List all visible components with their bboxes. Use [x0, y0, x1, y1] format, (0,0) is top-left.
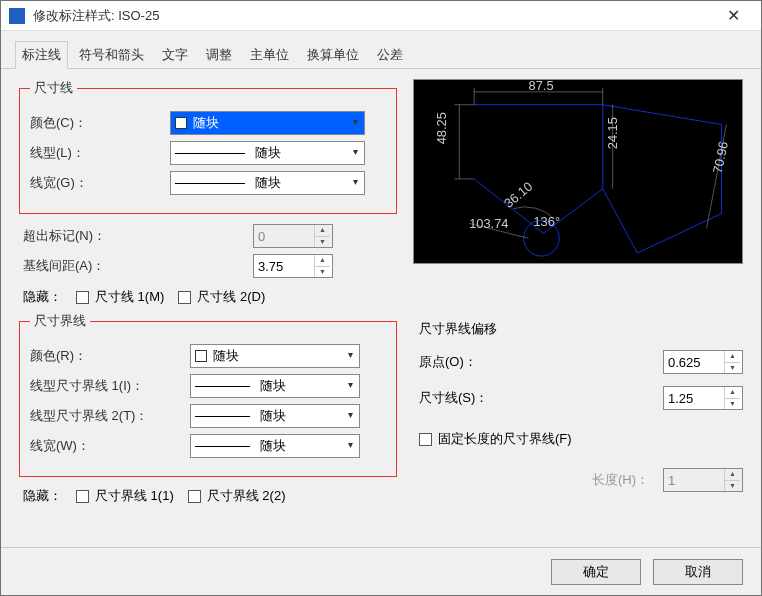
tab-fit[interactable]: 调整 [199, 41, 239, 68]
dialog-footer: 确定 取消 [1, 547, 761, 595]
length-spinner: ▲▼ [663, 468, 743, 492]
chevron-down-icon: ▾ [348, 439, 353, 450]
line-sample-icon [195, 386, 250, 387]
extline-lweight-select[interactable]: 随块 ▾ [190, 434, 360, 458]
offset-group: 尺寸界线偏移 原点(O)： ▲▼ 尺寸线(S)： ▲▼ [413, 312, 743, 492]
extend-input [254, 225, 314, 247]
ok-button[interactable]: 确定 [551, 559, 641, 585]
offset-dimline-spinner[interactable]: ▲▼ [663, 386, 743, 410]
length-label: 长度(H)： [419, 471, 663, 489]
tab-symbols[interactable]: 符号和箭头 [72, 41, 151, 68]
extlweight-label: 线宽(W)： [30, 437, 190, 455]
dimline-lweight-select[interactable]: 随块 ▾ [170, 171, 365, 195]
line-sample-icon [175, 183, 245, 184]
close-icon[interactable]: ✕ [713, 6, 753, 25]
window-title: 修改标注样式: ISO-25 [33, 7, 713, 25]
spin-up-icon[interactable]: ▲ [725, 351, 740, 363]
dimline-hide1-checkbox[interactable]: 尺寸线 1(M) [76, 288, 164, 306]
dialog-window: 修改标注样式: ISO-25 ✕ 标注线 符号和箭头 文字 调整 主单位 换算单… [0, 0, 762, 596]
extline-hide2-checkbox[interactable]: 尺寸界线 2(2) [188, 487, 286, 505]
cancel-button[interactable]: 取消 [653, 559, 743, 585]
spin-down-icon[interactable]: ▼ [725, 399, 740, 410]
origin-label: 原点(O)： [419, 353, 663, 371]
spin-down-icon[interactable]: ▼ [725, 363, 740, 374]
extline-group: 尺寸界线 颜色(R)： 随块 ▾ 线型尺寸界线 1(I)： [19, 312, 397, 477]
dimline-legend: 尺寸线 [30, 79, 77, 97]
svg-text:87.5: 87.5 [529, 80, 554, 93]
svg-text:103.74: 103.74 [469, 216, 508, 231]
svg-text:24.15: 24.15 [605, 117, 620, 149]
baseline-input[interactable] [254, 255, 314, 277]
color-swatch-icon [195, 350, 207, 362]
chevron-down-icon: ▾ [353, 176, 358, 187]
dimension-preview: 87.5 48.25 24.15 70.96 36.10 136° 103.74 [413, 79, 743, 264]
spin-down-icon: ▼ [725, 481, 740, 492]
origin-spinner[interactable]: ▲▼ [663, 350, 743, 374]
tab-dimline[interactable]: 标注线 [15, 41, 68, 69]
extltype2-label: 线型尺寸界线 2(T)： [30, 407, 190, 425]
extline-color-select[interactable]: 随块 ▾ [190, 344, 360, 368]
extline-hide1-checkbox[interactable]: 尺寸界线 1(1) [76, 487, 174, 505]
tab-primary-units[interactable]: 主单位 [243, 41, 296, 68]
offset-legend: 尺寸界线偏移 [419, 320, 743, 338]
spin-up-icon: ▲ [725, 469, 740, 481]
line-sample-icon [175, 153, 245, 154]
chevron-down-icon: ▾ [353, 116, 358, 127]
dimline-hide2-checkbox[interactable]: 尺寸线 2(D) [178, 288, 265, 306]
extend-label: 超出标记(N)： [23, 227, 253, 245]
tab-alt-units[interactable]: 换算单位 [300, 41, 366, 68]
svg-text:136°: 136° [533, 214, 560, 229]
line-sample-icon [195, 416, 250, 417]
baseline-spinner[interactable]: ▲▼ [253, 254, 333, 278]
spin-up-icon[interactable]: ▲ [315, 255, 330, 267]
dimline-color-select[interactable]: 随块 ▾ [170, 111, 365, 135]
color-swatch-icon [175, 117, 187, 129]
extline-ltype2-select[interactable]: 随块 ▾ [190, 404, 360, 428]
offset-dimline-label: 尺寸线(S)： [419, 389, 663, 407]
svg-text:36.10: 36.10 [501, 179, 535, 211]
length-input [664, 469, 724, 491]
chevron-down-icon: ▾ [348, 349, 353, 360]
dimline-group: 尺寸线 颜色(C)： 随块 ▾ 线型(L)： [19, 79, 397, 214]
origin-input[interactable] [664, 351, 724, 373]
chevron-down-icon: ▾ [348, 409, 353, 420]
spin-up-icon: ▲ [315, 225, 330, 237]
extline-ltype1-select[interactable]: 随块 ▾ [190, 374, 360, 398]
spin-down-icon[interactable]: ▼ [315, 267, 330, 278]
extline-hide-label: 隐藏： [23, 487, 62, 505]
lweight-label: 线宽(G)： [30, 174, 170, 192]
svg-text:70.96: 70.96 [710, 140, 731, 175]
svg-text:48.25: 48.25 [434, 112, 449, 144]
extltype1-label: 线型尺寸界线 1(I)： [30, 377, 190, 395]
app-icon [9, 8, 25, 24]
line-sample-icon [195, 446, 250, 447]
tab-bar: 标注线 符号和箭头 文字 调整 主单位 换算单位 公差 [1, 31, 761, 69]
offset-dimline-input[interactable] [664, 387, 724, 409]
ltype-label: 线型(L)： [30, 144, 170, 162]
spin-up-icon[interactable]: ▲ [725, 387, 740, 399]
dialog-content: 尺寸线 颜色(C)： 随块 ▾ 线型(L)： [1, 69, 761, 547]
dimline-ltype-select[interactable]: 随块 ▾ [170, 141, 365, 165]
baseline-label: 基线间距(A)： [23, 257, 253, 275]
fixed-length-checkbox[interactable]: 固定长度的尺寸界线(F) [419, 430, 572, 448]
extcolor-label: 颜色(R)： [30, 347, 190, 365]
chevron-down-icon: ▾ [353, 146, 358, 157]
color-label: 颜色(C)： [30, 114, 170, 132]
tab-text[interactable]: 文字 [155, 41, 195, 68]
titlebar: 修改标注样式: ISO-25 ✕ [1, 1, 761, 31]
tab-tolerance[interactable]: 公差 [370, 41, 410, 68]
extline-legend: 尺寸界线 [30, 312, 90, 330]
chevron-down-icon: ▾ [348, 379, 353, 390]
dimline-hide-label: 隐藏： [23, 288, 62, 306]
extend-spinner: ▲▼ [253, 224, 333, 248]
spin-down-icon: ▼ [315, 237, 330, 248]
